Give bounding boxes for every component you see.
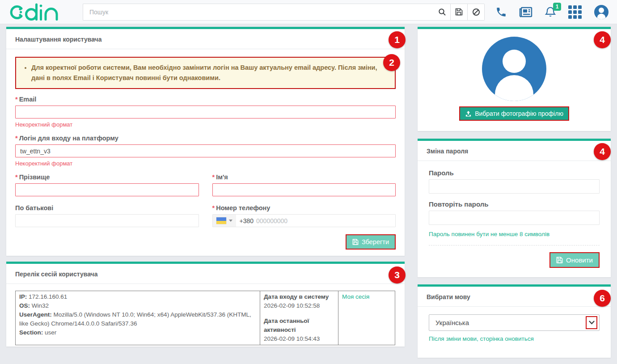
- language-selected-value: Українська: [435, 319, 469, 326]
- apps-grid-icon: [568, 5, 582, 19]
- select-chevron-highlight: [586, 316, 597, 329]
- ukraine-flag-icon: [216, 217, 226, 224]
- my-session-link[interactable]: Моя сесія: [342, 293, 369, 300]
- floppy-icon: [352, 239, 359, 245]
- confirm-password-label: Повторіть пароль: [429, 200, 600, 208]
- chevron-down-icon: [589, 321, 595, 325]
- warning-text: Для коректної роботи системи, Вам необхі…: [31, 63, 389, 83]
- annotation-badge-4a: 4: [594, 31, 611, 48]
- phone-label: *Номер телефону: [212, 204, 396, 212]
- caret-down-icon: [229, 220, 232, 222]
- annotation-badge-4b: 4: [594, 143, 611, 160]
- login-warning-alert: 2 Для коректної роботи системи, Вам необ…: [15, 57, 396, 89]
- floppy-icon: [556, 257, 563, 263]
- session-info-cell: IP: 172.16.160.61 OS: Win32 UserAgent: M…: [16, 291, 260, 345]
- phone-field[interactable]: [256, 215, 395, 227]
- firstname-label: *Ім'я: [212, 174, 396, 181]
- phone-menu-button[interactable]: [495, 6, 507, 18]
- news-menu-button[interactable]: [519, 6, 532, 18]
- settings-panel-title: Налаштування користувача: [15, 36, 102, 43]
- user-avatar-icon: [594, 4, 609, 20]
- divider: [429, 245, 600, 245]
- email-field[interactable]: [15, 106, 396, 119]
- save-search-button[interactable]: [451, 4, 468, 21]
- language-select[interactable]: Українська: [429, 314, 600, 331]
- password-panel-title: Зміна пароля: [427, 148, 468, 155]
- user-sessions-panel: 3 Перелік сесій користувача IP: 172.16.1…: [6, 262, 405, 347]
- password-hint: Пароль повинен бути не менше 8 символів: [429, 231, 600, 237]
- top-header: 1: [0, 0, 617, 24]
- firstname-field[interactable]: [212, 183, 396, 196]
- search-button[interactable]: [434, 4, 451, 21]
- edin-logo: [8, 3, 62, 21]
- language-panel-title: Вибрати мову: [427, 293, 470, 301]
- newspaper-icon: [519, 6, 532, 18]
- login-label: *Логін для входу на платформу: [15, 135, 396, 142]
- profile-avatar-icon: [482, 36, 547, 102]
- annotation-badge-1: 1: [389, 31, 406, 48]
- password-label: Пароль: [429, 169, 600, 177]
- clear-search-button[interactable]: [468, 4, 485, 21]
- block-icon: [472, 8, 480, 16]
- email-error: Некоректний формат: [15, 121, 396, 128]
- session-action-cell: Моя сесія: [338, 291, 395, 345]
- search-icon: [438, 8, 446, 16]
- search-input[interactable]: [83, 4, 434, 21]
- session-row: IP: 172.16.160.61 OS: Win32 UserAgent: M…: [16, 291, 395, 345]
- middlename-label: По батькові: [15, 204, 199, 212]
- password-field[interactable]: [429, 179, 600, 194]
- middlename-field[interactable]: [15, 214, 199, 227]
- sessions-panel-title: Перелік сесій користувача: [15, 271, 98, 278]
- sessions-table: IP: 172.16.160.61 OS: Win32 UserAgent: M…: [15, 291, 395, 345]
- update-password-button[interactable]: Оновити: [549, 252, 600, 268]
- confirm-password-field[interactable]: [429, 211, 600, 225]
- annotation-badge-6: 6: [594, 290, 611, 307]
- phone-field-wrapper: +380: [212, 214, 396, 227]
- user-settings-panel: 1 Налаштування користувача 2 Для коректн…: [6, 27, 405, 256]
- save-button[interactable]: Зберегти: [346, 234, 396, 250]
- phone-country-code: +380: [240, 217, 254, 224]
- floppy-icon: [455, 8, 463, 16]
- email-label: *Email: [15, 96, 396, 103]
- change-password-panel: 4 Зміна пароля Пароль Повторіть пароль П…: [418, 139, 611, 277]
- login-field[interactable]: [15, 144, 396, 157]
- choose-photo-button[interactable]: Вибрати фотографію профілю: [459, 106, 569, 121]
- lastname-label: *Прізвище: [15, 174, 199, 181]
- language-panel: 6 Вибрати мову Українська Після зміни мо…: [418, 284, 611, 358]
- global-search: [83, 4, 485, 21]
- country-code-dropdown[interactable]: [213, 215, 236, 227]
- lastname-field[interactable]: [15, 183, 199, 196]
- language-hint: Після зміни мови, сторінка оновиться: [429, 335, 600, 342]
- upload-icon: [465, 110, 472, 117]
- notification-count-badge: 1: [553, 3, 561, 11]
- notifications-button[interactable]: 1: [545, 6, 556, 18]
- annotation-badge-3: 3: [389, 267, 406, 284]
- profile-menu-button[interactable]: [594, 4, 609, 20]
- phone-icon: [495, 6, 507, 18]
- session-dates-cell: Дата входу в систему 2026-02-09 10:52:58…: [260, 291, 338, 345]
- profile-photo-panel: 4 Вибрати фотографію профілю: [418, 27, 611, 131]
- annotation-badge-2: 2: [383, 54, 400, 71]
- apps-menu-button[interactable]: [568, 5, 582, 19]
- login-error: Некоректний формат: [15, 160, 396, 167]
